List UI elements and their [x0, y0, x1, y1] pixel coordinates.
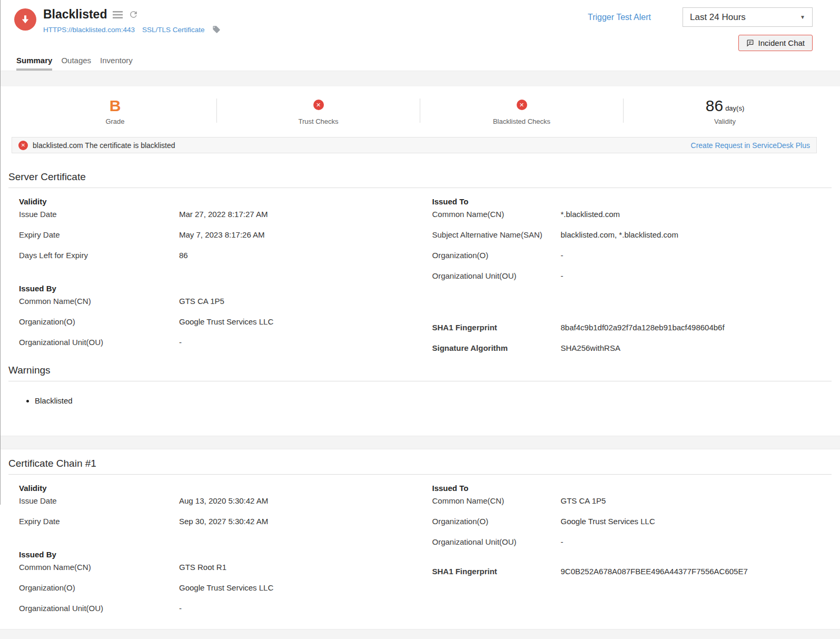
- field-row: Common Name(CN) *.blacklisted.com: [432, 209, 832, 220]
- alert-message: blacklisted.com The certificate is black…: [33, 141, 175, 150]
- field-value: 9C0B252A678A087FBEE496A44377F7556AC605E7: [561, 566, 748, 577]
- field-row: Organizational Unit(OU) -: [19, 337, 419, 348]
- time-range-value: Last 24 Hours: [690, 12, 746, 23]
- field-value: Google Trust Services LLC: [179, 317, 273, 327]
- fingerprint-group: SHA1 Fingerprint 9C0B252A678A087FBEE496A…: [432, 566, 832, 577]
- certificate-chain-section: Certificate Chain #1 Validity Issue Date…: [0, 449, 840, 629]
- page-title: Blacklisted: [43, 7, 107, 22]
- field-label: Common Name(CN): [19, 562, 179, 573]
- field-value: Sep 30, 2027 5:30:42 AM: [179, 516, 268, 527]
- field-row: Organization(O) Google Trust Services LL…: [19, 317, 419, 327]
- field-row: Issue Date Mar 27, 2022 8:17:27 AM: [19, 209, 419, 220]
- refresh-icon[interactable]: [129, 9, 139, 19]
- field-row: Organization(O) -: [432, 250, 832, 261]
- tag-icon[interactable]: [212, 25, 221, 34]
- field-label: Issue Date: [19, 496, 179, 506]
- stat-blacklisted-checks: ✕ Blacklisted Checks: [420, 96, 623, 125]
- error-x-icon: ✕: [18, 141, 28, 150]
- field-value: -: [561, 250, 564, 261]
- group-heading: Issued By: [19, 284, 419, 293]
- chat-icon: [746, 39, 754, 47]
- status-summary-strip: B Grade ✕ Trust Checks ✕ Blacklisted Che…: [0, 86, 840, 135]
- warning-item: Blacklisted: [35, 396, 832, 405]
- field-label: Subject Alternative Name(SAN): [432, 230, 561, 240]
- monitor-identity: Blacklisted HTTPS://blacklisted.com:443: [14, 7, 221, 51]
- header-actions: Trigger Test Alert Last 24 Hours ▼ Incid…: [588, 7, 813, 51]
- group-heading: Issued By: [19, 550, 419, 559]
- section-divider-band: [0, 436, 840, 449]
- field-label: Organizational Unit(OU): [19, 337, 179, 348]
- field-label: Expiry Date: [19, 516, 179, 527]
- field-label: Expiry Date: [19, 230, 179, 240]
- validity-days-value: 86: [706, 98, 723, 114]
- tab-inventory[interactable]: Inventory: [100, 56, 133, 71]
- grade-value: B: [110, 98, 121, 114]
- field-label: Signature Algorithm: [432, 343, 561, 353]
- field-value: May 7, 2023 8:17:26 AM: [179, 230, 265, 240]
- page-bottom-band: [0, 629, 840, 639]
- group-heading: Issued To: [432, 197, 832, 206]
- field-value: Google Trust Services LLC: [179, 583, 273, 593]
- field-label: Organizational Unit(OU): [432, 537, 561, 547]
- monitor-title-block: Blacklisted HTTPS://blacklisted.com:443: [43, 7, 221, 51]
- validity-group: Validity Issue Date Aug 13, 2020 5:30:42…: [19, 484, 419, 527]
- field-value: GTS Root R1: [179, 562, 226, 573]
- field-label: Days Left for Expiry: [19, 250, 179, 261]
- field-label: Common Name(CN): [432, 496, 561, 506]
- field-value: -: [179, 603, 182, 614]
- section-heading: Warnings: [8, 365, 832, 376]
- time-range-dropdown[interactable]: Last 24 Hours ▼: [683, 7, 813, 27]
- stat-label: Blacklisted Checks: [493, 117, 550, 125]
- field-row: SHA1 Fingerprint 9C0B252A678A087FBEE496A…: [432, 566, 832, 577]
- field-row: Organizational Unit(OU) -: [432, 537, 832, 547]
- caret-down-icon: ▼: [800, 14, 805, 20]
- field-row: Organization(O) Google Trust Services LL…: [432, 516, 832, 527]
- field-value: -: [561, 271, 564, 281]
- field-row: Subject Alternative Name(SAN) blackliste…: [432, 230, 832, 240]
- fingerprint-group: SHA1 Fingerprint 8baf4c9b1df02a92f7da128…: [432, 322, 832, 353]
- field-label: Issue Date: [19, 209, 179, 220]
- monitor-type-link[interactable]: SSL/TLS Certificate: [142, 26, 205, 34]
- field-row: Common Name(CN) GTS CA 1P5: [432, 496, 832, 506]
- field-row: Expiry Date Sep 30, 2027 5:30:42 AM: [19, 516, 419, 527]
- field-value: Aug 13, 2020 5:30:42 AM: [179, 496, 268, 506]
- field-label: Organizational Unit(OU): [432, 271, 561, 281]
- field-row: Issue Date Aug 13, 2020 5:30:42 AM: [19, 496, 419, 506]
- field-label: Organization(O): [19, 317, 179, 327]
- field-value: Mar 27, 2022 8:17:27 AM: [179, 209, 268, 220]
- field-label: Organization(O): [432, 516, 561, 527]
- field-label: Organizational Unit(OU): [19, 603, 179, 614]
- field-row: Organizational Unit(OU) -: [432, 271, 832, 281]
- group-heading: Validity: [19, 197, 419, 206]
- down-arrow-icon: [19, 14, 31, 25]
- warnings-section: Warnings Blacklisted: [0, 365, 840, 436]
- monitor-links: HTTPS://blacklisted.com:443 SSL/TLS Cert…: [43, 25, 221, 34]
- section-heading: Server Certificate: [8, 171, 832, 183]
- field-value: 86: [179, 250, 188, 261]
- issued-to-group: Issued To Common Name(CN) GTS CA 1P5 Org…: [432, 484, 832, 547]
- chain-right-column: Issued To Common Name(CN) GTS CA 1P5 Org…: [432, 484, 832, 624]
- tab-summary[interactable]: Summary: [16, 56, 52, 71]
- monitor-url-link[interactable]: HTTPS://blacklisted.com:443: [43, 26, 135, 34]
- field-row: SHA1 Fingerprint 8baf4c9b1df02a92f7da128…: [432, 322, 832, 333]
- field-label: Common Name(CN): [19, 296, 179, 307]
- field-row: Common Name(CN) GTS CA 1P5: [19, 296, 419, 307]
- group-heading: Issued To: [432, 484, 832, 493]
- server-cert-left-column: Validity Issue Date Mar 27, 2022 8:17:27…: [19, 197, 419, 363]
- incident-chat-button[interactable]: Incident Chat: [738, 35, 813, 51]
- field-value: -: [179, 337, 182, 348]
- stat-trust-checks: ✕ Trust Checks: [217, 96, 420, 125]
- hamburger-icon[interactable]: [113, 11, 123, 19]
- group-heading: Validity: [19, 484, 419, 493]
- server-cert-right-column: Issued To Common Name(CN) *.blacklisted.…: [432, 197, 832, 363]
- field-row: Organizational Unit(OU) -: [19, 603, 419, 614]
- field-value: SHA256withRSA: [561, 343, 620, 353]
- trigger-test-alert-link[interactable]: Trigger Test Alert: [588, 13, 651, 22]
- section-rule: [8, 381, 832, 381]
- incident-chat-label: Incident Chat: [758, 38, 805, 47]
- stat-grade: B Grade: [14, 96, 216, 125]
- tab-outages[interactable]: Outages: [61, 56, 91, 71]
- validity-group: Validity Issue Date Mar 27, 2022 8:17:27…: [19, 197, 419, 261]
- issued-by-group: Issued By Common Name(CN) GTS CA 1P5 Org…: [19, 284, 419, 348]
- create-servicedesk-request-link[interactable]: Create Request in ServiceDesk Plus: [691, 141, 810, 150]
